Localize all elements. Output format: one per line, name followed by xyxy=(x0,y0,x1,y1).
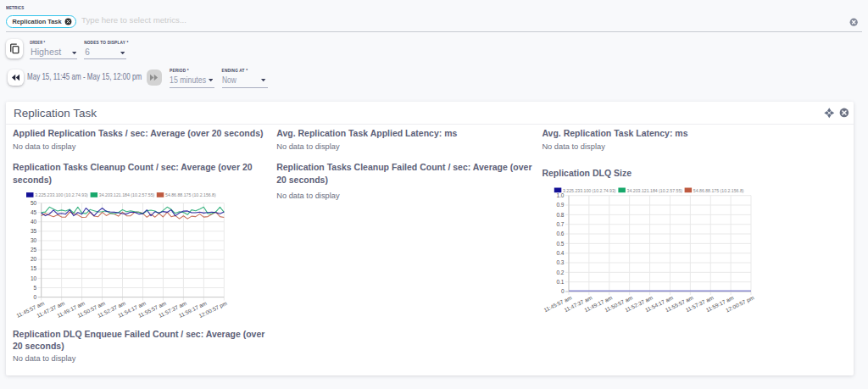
svg-text:0.1: 0.1 xyxy=(556,279,564,285)
svg-text:15: 15 xyxy=(31,265,37,271)
svg-text:0.9: 0.9 xyxy=(556,202,564,208)
svg-text:20: 20 xyxy=(31,256,37,262)
svg-text:34.203.121.184 (10.2.57.55): 34.203.121.184 (10.2.57.55) xyxy=(627,188,683,193)
svg-text:3.225.233.100 (10.2.74.93): 3.225.233.100 (10.2.74.93) xyxy=(563,188,616,193)
svg-text:0: 0 xyxy=(34,294,37,300)
svg-text:40: 40 xyxy=(31,219,37,225)
svg-text:35: 35 xyxy=(31,228,37,234)
svg-text:5: 5 xyxy=(34,285,37,291)
svg-text:25: 25 xyxy=(31,247,37,253)
svg-text:0.6: 0.6 xyxy=(556,231,564,236)
svg-text:0.7: 0.7 xyxy=(556,221,564,227)
svg-text:30: 30 xyxy=(31,237,37,243)
svg-text:50: 50 xyxy=(31,200,37,206)
svg-text:0.2: 0.2 xyxy=(556,270,564,275)
svg-text:54.86.88.175 (10.2.156.8): 54.86.88.175 (10.2.156.8) xyxy=(165,192,216,197)
svg-text:54.86.88.175 (10.2.156.8): 54.86.88.175 (10.2.156.8) xyxy=(693,188,744,193)
svg-text:34.203.121.184 (10.2.57.55): 34.203.121.184 (10.2.57.55) xyxy=(99,192,155,197)
svg-text:0.8: 0.8 xyxy=(556,212,564,218)
svg-text:0.5: 0.5 xyxy=(556,241,564,247)
svg-text:45: 45 xyxy=(31,209,37,215)
svg-text:10: 10 xyxy=(31,275,37,281)
svg-text:0.4: 0.4 xyxy=(556,250,564,256)
svg-text:0: 0 xyxy=(561,288,565,294)
svg-text:3.225.233.100 (10.2.74.93): 3.225.233.100 (10.2.74.93) xyxy=(35,192,88,197)
svg-text:1.0: 1.0 xyxy=(556,192,564,198)
svg-text:0.3: 0.3 xyxy=(556,259,564,265)
